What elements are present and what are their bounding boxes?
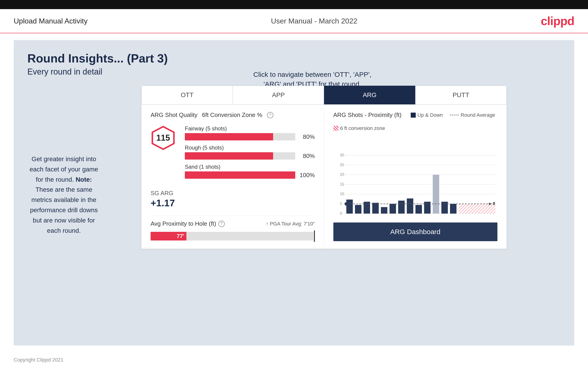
svg-text:10: 10 <box>340 192 344 196</box>
svg-rect-19 <box>372 203 379 214</box>
shot-label-sand: Sand (1 shots) <box>185 164 315 170</box>
svg-rect-30 <box>459 204 495 214</box>
legend-dashed-icon <box>450 115 459 115</box>
bar-bg-rough <box>185 152 295 159</box>
panel-header: ARG Shot Quality 6ft Conversion Zone % ? <box>151 111 315 118</box>
panel-title: ARG Shot Quality <box>151 111 197 118</box>
svg-rect-23 <box>406 199 413 214</box>
svg-point-32 <box>345 202 348 206</box>
hexagon-value: 115 <box>156 133 170 143</box>
card-body: ARG Shot Quality 6ft Conversion Zone % ?… <box>141 105 507 249</box>
shot-label-fairway: Fairway (5 shots) <box>185 125 315 132</box>
svg-rect-17 <box>355 205 361 214</box>
sg-section: SG ARG +1.17 <box>151 190 315 209</box>
legend-conversion: 6 ft conversion zone <box>333 125 385 131</box>
bar-fill-rough <box>185 152 273 159</box>
panel-subtitle: 6ft Conversion Zone % <box>202 111 262 118</box>
svg-text:30: 30 <box>340 153 344 157</box>
tab-arg[interactable]: ARG <box>324 86 415 104</box>
svg-rect-26 <box>432 175 439 214</box>
doc-title: User Manual - March 2022 <box>271 17 357 25</box>
svg-rect-21 <box>389 204 396 214</box>
svg-text:25: 25 <box>340 163 344 167</box>
svg-rect-20 <box>381 207 387 214</box>
proximity-bar: 77' <box>151 230 315 242</box>
tab-bar: OTT APP ARG PUTT <box>141 86 507 105</box>
proximity-bar-bg: 77' <box>151 232 313 241</box>
svg-text:20: 20 <box>340 172 344 177</box>
right-panel: ARG Shots - Proximity (ft) Up & Down Rou… <box>324 105 507 249</box>
tab-ott[interactable]: OTT <box>141 86 233 104</box>
hexagon-section: 115 Fairway (5 shots) 80% <box>151 125 315 183</box>
left-panel: ARG Shot Quality 6ft Conversion Zone % ?… <box>141 105 324 249</box>
page-title: Round Insights... (Part 3) <box>27 51 561 65</box>
arg-dashboard-button[interactable]: ARG Dashboard <box>333 223 498 241</box>
shot-row-rough: Rough (5 shots) 80% <box>185 144 315 159</box>
footer: Copyright Clippd 2021 <box>0 352 588 367</box>
svg-text:8: 8 <box>493 201 495 206</box>
sg-value: +1.17 <box>151 198 315 209</box>
svg-rect-28 <box>450 204 456 214</box>
chart-header: ARG Shots - Proximity (ft) Up & Down Rou… <box>333 111 498 131</box>
insight-card: OTT APP ARG PUTT ARG Shot Quality 6ft Co… <box>141 86 507 249</box>
proximity-section: Avg Proximity to Hole (ft) ? ↑ PGA Tour … <box>151 215 315 242</box>
bar-fill-sand <box>185 171 295 179</box>
shot-label-rough: Rough (5 shots) <box>185 144 315 151</box>
bar-bg-fairway <box>185 133 295 141</box>
score-hexagon: 115 <box>151 125 176 150</box>
svg-rect-18 <box>363 202 370 214</box>
proximity-cursor <box>314 230 315 242</box>
legend-round-avg: Round Average <box>450 112 495 118</box>
legend-hatched-icon <box>333 126 338 131</box>
svg-rect-25 <box>424 202 430 214</box>
legend-square-icon <box>411 113 416 118</box>
left-description: Get greater insight into each facet of y… <box>27 154 100 236</box>
pga-avg: ↑ PGA Tour Avg: 7'10" <box>266 221 315 227</box>
header: Upload Manual Activity User Manual - Mar… <box>0 9 588 33</box>
clippd-logo: clippd <box>541 14 574 28</box>
chart-area: 0 5 10 15 20 25 30 <box>333 136 498 218</box>
shot-quality-bars: Fairway (5 shots) 80% Rough (5 shots) <box>185 125 315 183</box>
main-content: Round Insights... (Part 3) Every round i… <box>14 40 574 346</box>
bar-bg-sand <box>185 171 295 179</box>
svg-rect-16 <box>346 200 353 214</box>
chart-title: ARG Shots - Proximity (ft) <box>333 111 402 118</box>
svg-rect-22 <box>398 200 405 214</box>
proximity-title: Avg Proximity to Hole (ft) ? <box>151 220 225 227</box>
help-icon[interactable]: ? <box>267 112 273 118</box>
tab-putt[interactable]: PUTT <box>415 86 507 104</box>
svg-text:5: 5 <box>340 201 342 206</box>
proximity-value: 77' <box>177 233 184 239</box>
upload-label: Upload Manual Activity <box>14 17 88 25</box>
bar-pct-sand: 100% <box>299 172 315 179</box>
bar-fill-fairway <box>185 133 273 141</box>
svg-rect-27 <box>441 202 448 214</box>
svg-text:0: 0 <box>340 211 342 216</box>
legend-up-down: Up & Down <box>411 112 443 118</box>
proximity-help-icon[interactable]: ? <box>218 221 225 227</box>
proximity-header: Avg Proximity to Hole (ft) ? ↑ PGA Tour … <box>151 220 315 227</box>
sg-label: SG ARG <box>151 190 315 197</box>
tab-app[interactable]: APP <box>233 86 324 104</box>
shot-row-sand: Sand (1 shots) 100% <box>185 164 315 179</box>
bar-pct-rough: 80% <box>299 152 315 159</box>
bar-pct-fairway: 80% <box>299 133 315 141</box>
copyright: Copyright Clippd 2021 <box>14 357 63 363</box>
shot-row-fairway: Fairway (5 shots) 80% <box>185 125 315 141</box>
top-bar <box>0 0 588 9</box>
svg-rect-24 <box>415 205 422 214</box>
svg-text:15: 15 <box>340 182 344 186</box>
proximity-bar-fill: 77' <box>151 232 186 241</box>
